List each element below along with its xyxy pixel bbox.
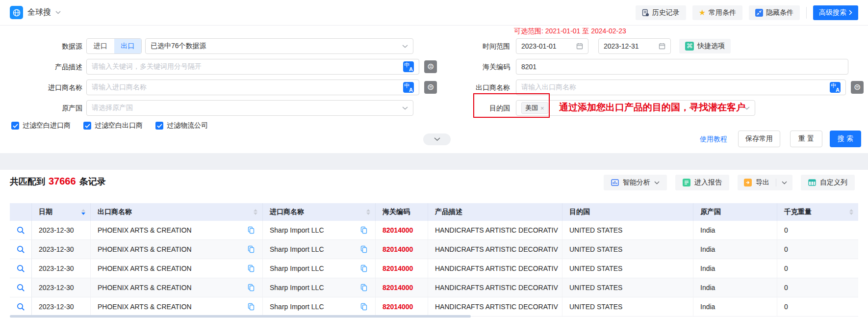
- cell-hs-code[interactable]: 82014000: [383, 265, 413, 272]
- custom-columns-button[interactable]: 自定义列: [801, 175, 855, 190]
- row-detail-magnifier-icon[interactable]: [17, 245, 25, 254]
- translate-icon[interactable]: 中A: [403, 61, 414, 72]
- copy-icon[interactable]: [248, 245, 255, 253]
- row-detail-magnifier-icon[interactable]: [17, 226, 25, 235]
- expand-more-button[interactable]: [423, 133, 451, 145]
- app-title: 全球搜: [27, 7, 51, 18]
- col-header-product: 产品描述: [428, 203, 562, 221]
- chevron-down-icon: [402, 45, 408, 48]
- cell-exporter: PHOENIX ARTS & CREATION: [98, 265, 192, 272]
- cell-destination: UNITED STATES: [569, 303, 622, 311]
- col-header-importer[interactable]: 进口商名称: [263, 203, 376, 221]
- col-header-origin: 原产国: [693, 203, 777, 221]
- row-detail-magnifier-icon[interactable]: [17, 303, 25, 311]
- copy-icon[interactable]: [360, 245, 367, 253]
- data-source-label: 数据源: [14, 38, 82, 54]
- data-source-toggle: 进口 出口: [86, 38, 142, 54]
- filter-blank-importer-checkbox[interactable]: 过滤空白进口商: [11, 121, 71, 130]
- row-detail-magnifier-icon[interactable]: [17, 284, 25, 292]
- import-tab[interactable]: 进口: [87, 39, 114, 53]
- cell-date: 2023-12-30: [39, 265, 74, 272]
- chevron-down-icon: [782, 181, 787, 185]
- product-desc-input[interactable]: 请输入关键词，多关键词用分号隔开 中A: [86, 59, 419, 75]
- exporter-input[interactable]: 请输入出口商名称 中A: [516, 80, 846, 95]
- copy-icon[interactable]: [248, 303, 255, 311]
- smart-analysis-button[interactable]: 智能分析: [604, 175, 667, 190]
- tutorial-link[interactable]: 使用教程: [700, 131, 727, 147]
- copy-icon[interactable]: [360, 303, 367, 311]
- app-switcher[interactable]: 全球搜: [10, 6, 61, 19]
- exact-match-icon[interactable]: ⊜: [424, 81, 437, 94]
- col-header-weight[interactable]: 千克重量: [777, 203, 858, 221]
- cell-hs-code[interactable]: 82014000: [383, 245, 413, 253]
- cell-origin: India: [700, 265, 715, 272]
- data-source-select[interactable]: 已选中76个数据源: [145, 38, 413, 54]
- remove-tag-icon[interactable]: ×: [540, 105, 544, 112]
- hide-conditions-button[interactable]: 隐藏条件: [749, 5, 800, 20]
- collapse-icon: [755, 9, 763, 17]
- cell-destination: UNITED STATES: [569, 226, 622, 234]
- copy-icon[interactable]: [248, 265, 255, 272]
- cell-hs-code[interactable]: 82014000: [383, 303, 413, 311]
- cell-hs-code[interactable]: 82014000: [383, 284, 413, 292]
- advanced-search-label: 高级搜索: [819, 8, 846, 17]
- importer-input[interactable]: 请输入进口商名称 中A: [86, 80, 419, 95]
- cell-product: HANDICRAFTS ARTISTIC DECORATIV: [435, 303, 558, 311]
- copy-icon[interactable]: [360, 265, 367, 272]
- export-button[interactable]: 导出: [738, 175, 776, 190]
- sort-icon[interactable]: [366, 209, 370, 215]
- exact-match-icon[interactable]: ⊜: [424, 60, 437, 73]
- cell-weight: 0: [784, 226, 788, 234]
- filter-label: 过滤空白出口商: [95, 121, 143, 130]
- sort-icon[interactable]: [254, 209, 257, 215]
- translate-icon[interactable]: 中A: [830, 82, 841, 93]
- filter-logistics-checkbox[interactable]: 过滤物流公司: [155, 121, 208, 130]
- cell-hs-code[interactable]: 82014000: [383, 226, 413, 234]
- sort-icon[interactable]: [81, 209, 85, 215]
- copy-icon[interactable]: [248, 226, 255, 234]
- translate-icon[interactable]: 中A: [403, 82, 414, 93]
- table-row: 2023-12-30 PHOENIX ARTS & CREATION Sharp…: [10, 259, 858, 278]
- search-button[interactable]: 搜 索: [830, 131, 861, 147]
- filter-label: 过滤物流公司: [167, 121, 208, 130]
- col-header-label: 原产国: [700, 208, 721, 216]
- origin-country-select[interactable]: 请选择原产国: [86, 100, 413, 116]
- col-header-exporter[interactable]: 出口商名称: [91, 203, 263, 221]
- exact-match-icon[interactable]: ⊜: [851, 81, 864, 94]
- copy-icon[interactable]: [248, 284, 255, 292]
- horizontal-scrollbar[interactable]: [10, 315, 471, 318]
- export-tab[interactable]: 出口: [114, 39, 142, 53]
- reset-button[interactable]: 重 置: [790, 131, 822, 147]
- col-header-label: 出口商名称: [98, 208, 132, 216]
- copy-icon[interactable]: [360, 284, 367, 292]
- history-button[interactable]: 历史记录: [636, 5, 686, 20]
- favorites-button[interactable]: ★ 常用条件: [692, 5, 742, 20]
- start-date-input[interactable]: 2023-01-01: [516, 38, 588, 54]
- end-date-input[interactable]: 2023-12-31: [598, 38, 671, 54]
- chevron-right-icon: [849, 10, 852, 15]
- cell-importer: Sharp Import LLC: [270, 303, 324, 311]
- advanced-search-button[interactable]: 高级搜索: [813, 5, 858, 20]
- quick-options-button[interactable]: ⌘ 快捷选项: [679, 39, 731, 53]
- summary-suffix: 条记录: [79, 176, 106, 187]
- enter-report-button[interactable]: 进入报告: [675, 175, 729, 190]
- hs-code-input[interactable]: 8201: [516, 59, 848, 75]
- col-header-date[interactable]: 日期: [32, 203, 91, 221]
- export-options-button[interactable]: [776, 175, 792, 190]
- results-toolbar: 智能分析 进入报告 导出: [604, 175, 855, 190]
- table-row: 2023-12-30 PHOENIX ARTS & CREATION Sharp…: [10, 240, 858, 259]
- cell-weight: 0: [784, 303, 788, 311]
- row-detail-magnifier-icon[interactable]: [17, 265, 25, 273]
- chevron-down-icon: [402, 106, 408, 110]
- filter-blank-exporter-checkbox[interactable]: 过滤空白出口商: [83, 121, 143, 130]
- importer-label: 进口商名称: [14, 80, 82, 95]
- copy-icon[interactable]: [360, 226, 367, 234]
- save-common-button[interactable]: 保存常用: [738, 131, 780, 147]
- cell-date: 2023-12-30: [39, 245, 74, 253]
- quick-options-label: 快捷选项: [697, 42, 725, 51]
- sort-icon[interactable]: [849, 209, 853, 215]
- checkbox-checked-icon: [155, 122, 163, 130]
- product-desc-placeholder: 请输入关键词，多关键词用分号隔开: [92, 62, 202, 71]
- table-row: 2023-12-30 PHOENIX ARTS & CREATION Sharp…: [10, 221, 858, 240]
- origin-country-placeholder: 请选择原产国: [92, 104, 133, 112]
